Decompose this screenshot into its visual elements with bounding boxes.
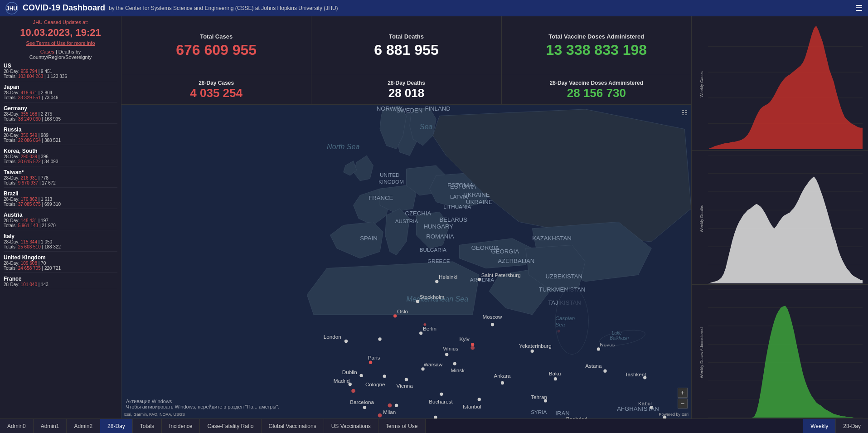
svg-text:AFGHANISTAN: AFGHANISTAN — [617, 405, 659, 412]
footer-tab-terms-of-use[interactable]: Terms of Use — [378, 419, 426, 433]
country-item[interactable]: Japan 28-Day: 418 671 | 2 804 Totals: 33… — [4, 84, 117, 102]
map-zoom-controls: + − — [678, 388, 688, 409]
country-item[interactable]: Germany 28-Day: 355 168 | 2 275 Totals: … — [4, 105, 117, 124]
footer-right-tab-28-day[interactable]: 28-Day — [835, 419, 868, 433]
country-stats: 28-Day: 115 344 | 1 050 — [4, 239, 117, 244]
svg-text:Balkhash: Balkhash — [610, 336, 629, 341]
country-name: Japan — [4, 84, 117, 90]
country-totals: Totals: 33 329 551 | 73 046 — [4, 95, 117, 100]
country-name: Austria — [4, 212, 117, 218]
zoom-out-button[interactable]: − — [678, 399, 688, 409]
country-item[interactable]: Austria 28-Day: 148 431 | 197 Totals: 5 … — [4, 212, 117, 230]
svg-marker-153 — [708, 176, 863, 283]
country-name: Italy — [4, 233, 117, 239]
country-stats: 28-Day: 101 040 | 143 — [4, 282, 117, 287]
svg-text:Vienna: Vienna — [397, 383, 413, 389]
svg-point-54 — [445, 353, 448, 356]
svg-point-34 — [435, 280, 438, 283]
28day-cases-box: 28-Day Cases 4 035 254 — [121, 75, 311, 104]
weekly-vaccine-y-label: Weekly Doses Administered — [699, 327, 704, 378]
svg-text:Yekaterinburg: Yekaterinburg — [519, 343, 552, 349]
footer-tab-admin0[interactable]: Admin0 — [0, 419, 34, 433]
country-item[interactable]: Italy 28-Day: 115 344 | 1 050 Totals: 25… — [4, 233, 117, 252]
country-stats: 28-Day: 170 862 | 1 613 — [4, 197, 117, 202]
svg-text:Ankara: Ankara — [494, 373, 511, 379]
svg-text:Minsk: Minsk — [451, 367, 465, 373]
svg-point-56 — [453, 362, 456, 365]
footer-tab-case-fatality-ratio[interactable]: Case-Fatality Ratio — [200, 419, 261, 433]
windows-activation-watermark: Активация Windows Чтобы активировать Win… — [126, 399, 279, 409]
main-content: JHU Ceased Updates at: 10.03.2023, 19:21… — [0, 16, 868, 418]
svg-point-78 — [478, 398, 481, 401]
svg-text:Sea: Sea — [555, 321, 565, 327]
footer-tab-28-day[interactable]: 28-Day — [100, 419, 133, 433]
footer-tab-admin2[interactable]: Admin2 — [67, 419, 100, 433]
total-cases-label: Total Cases — [200, 33, 233, 40]
svg-text:Vilnius: Vilnius — [443, 345, 458, 351]
zoom-in-button[interactable]: + — [678, 388, 688, 398]
country-item[interactable]: Russia 28-Day: 350 549 | 989 Totals: 22 … — [4, 126, 117, 145]
svg-text:UKRAINE: UKRAINE — [466, 199, 493, 205]
app-subtitle: by the Center for Systems Science and En… — [109, 5, 338, 11]
footer-right-tab-weekly[interactable]: Weekly — [803, 419, 835, 433]
map-area[interactable]: North Sea Sea Mediterranean Sea SWEDEN N… — [121, 105, 691, 418]
svg-point-76 — [440, 393, 443, 396]
map-list-icon[interactable]: ☷ — [681, 108, 688, 117]
footer-tab-admin1[interactable]: Admin1 — [34, 419, 67, 433]
svg-point-108 — [378, 414, 382, 418]
svg-point-42 — [369, 361, 372, 364]
svg-text:CZECHIA: CZECHIA — [405, 210, 432, 217]
svg-point-107 — [388, 404, 392, 408]
country-item[interactable]: Taiwan* 28-Day: 216 931 | 778 Totals: 9 … — [4, 169, 117, 188]
svg-text:FINLAND: FINLAND — [425, 105, 450, 112]
28day-cases-value: 4 035 254 — [190, 86, 242, 100]
sidebar-update-info: JHU Ceased Updates at: 10.03.2023, 19:21… — [4, 19, 117, 47]
country-list: US 28-Day: 959 794 | 9 451 Totals: 103 8… — [4, 63, 117, 289]
svg-point-38 — [378, 337, 381, 341]
country-stats: 28-Day: 148 431 | 197 — [4, 218, 117, 223]
deaths-nav-link[interactable]: Deaths byCountry/Region/Sovereignty — [29, 49, 92, 60]
country-stats: 28-Day: 350 549 | 989 — [4, 133, 117, 138]
svg-text:SYRIA: SYRIA — [531, 409, 547, 415]
svg-text:FRANCE: FRANCE — [369, 195, 393, 201]
country-name: Korea, South — [4, 148, 117, 154]
svg-text:IRAN: IRAN — [555, 410, 569, 417]
country-item[interactable]: United Kingdom 28-Day: 109 608 | 70 Tota… — [4, 254, 117, 273]
country-totals: Totals: 30 615 522 | 34 093 — [4, 159, 117, 164]
terms-link[interactable]: See Terms of Use for more info — [4, 40, 117, 47]
svg-text:Barcelona: Barcelona — [350, 399, 374, 405]
country-item[interactable]: Brazil 28-Day: 170 862 | 1 613 Totals: 3… — [4, 190, 117, 209]
svg-point-82 — [531, 350, 534, 353]
28day-vaccine-value: 28 156 730 — [567, 86, 626, 100]
country-name: France — [4, 276, 117, 282]
country-stats: 28-Day: 109 608 | 70 — [4, 261, 117, 266]
footer-tab-totals[interactable]: Totals — [133, 419, 162, 433]
svg-text:Oslo: Oslo — [397, 308, 408, 314]
country-item[interactable]: France 28-Day: 101 040 | 143 — [4, 276, 117, 289]
footer-tab-global-vaccinations[interactable]: Global Vaccinations — [262, 419, 324, 433]
world-map[interactable]: North Sea Sea Mediterranean Sea SWEDEN N… — [121, 105, 691, 418]
svg-text:Stockholm: Stockholm — [420, 294, 445, 300]
country-name: Taiwan* — [4, 169, 117, 175]
svg-point-86 — [603, 370, 606, 373]
country-totals: Totals: 5 961 143 | 21 970 — [4, 223, 117, 228]
footer-tab-us-vaccinations[interactable]: US Vaccinations — [324, 419, 378, 433]
weekly-vaccine-chart: Weekly Doses Administered 350 — [692, 285, 868, 418]
country-name: Brazil — [4, 190, 117, 197]
country-item[interactable]: Korea, South 28-Day: 290 039 | 396 Total… — [4, 148, 117, 166]
footer-tab-incidence[interactable]: Incidence — [162, 419, 200, 433]
svg-point-52 — [421, 367, 424, 370]
28day-vaccine-box: 28-Day Vaccine Doses Administered 28 156… — [502, 75, 691, 104]
svg-text:Warsaw: Warsaw — [424, 361, 443, 367]
sidebar-nav: Cases | Deaths byCountry/Region/Sovereig… — [4, 49, 117, 60]
cases-nav-link[interactable]: Cases — [40, 49, 54, 54]
svg-text:JHU: JHU — [6, 5, 17, 12]
svg-text:GEORGIA: GEORGIA — [491, 248, 519, 255]
svg-text:HUNGARY: HUNGARY — [424, 223, 454, 230]
country-item[interactable]: US 28-Day: 959 794 | 9 451 Totals: 103 8… — [4, 63, 117, 81]
28day-deaths-label: 28-Day Deaths — [388, 80, 425, 86]
menu-icon[interactable]: ☰ — [855, 3, 863, 13]
country-stats: 28-Day: 216 931 | 778 — [4, 175, 117, 180]
country-totals: Totals: 22 086 064 | 388 521 — [4, 138, 117, 143]
svg-text:Helsinki: Helsinki — [439, 274, 457, 280]
